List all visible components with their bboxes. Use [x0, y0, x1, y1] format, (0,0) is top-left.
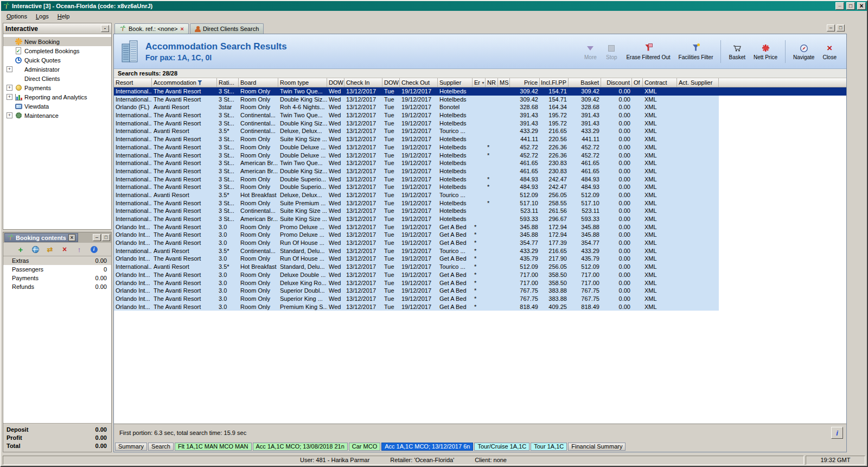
- column-header-dow[interactable]: DOW: [382, 78, 400, 87]
- tab-direct-clients-search[interactable]: Direct Clients Search: [190, 23, 264, 34]
- erase-filtered-out-button[interactable]: Erase Filtered Out: [623, 42, 673, 61]
- expand-icon[interactable]: +: [7, 66, 12, 72]
- table-row[interactable]: International...The Avanti Resort3 St...…: [114, 111, 719, 119]
- basket-button[interactable]: Basket: [725, 42, 749, 61]
- column-header-resort[interactable]: Resort: [114, 78, 152, 87]
- table-row[interactable]: International...The Avanti Resort3 St...…: [114, 199, 719, 207]
- delete-item-icon[interactable]: ×: [60, 245, 69, 254]
- table-row[interactable]: International...The Avanti Resort3 St...…: [114, 183, 719, 191]
- table-row[interactable]: International...The Avanti Resort3 St...…: [114, 175, 719, 184]
- column-header-basket[interactable]: Basket: [569, 78, 601, 87]
- table-row[interactable]: Orlando Int...The Avanti Resort3.0Room O…: [114, 287, 719, 295]
- column-header-discount[interactable]: Discount: [601, 78, 632, 87]
- sidebar-item-reporting-and-analytics[interactable]: +Reporting and Analytics: [3, 92, 111, 102]
- info-icon[interactable]: i: [90, 245, 98, 254]
- table-row[interactable]: International...The Avanti Resort3 St...…: [114, 152, 719, 160]
- tab-close-icon[interactable]: [181, 26, 184, 32]
- expand-icon[interactable]: +: [7, 94, 12, 100]
- column-header-dow[interactable]: DOW: [327, 78, 344, 87]
- menu-help[interactable]: Help: [53, 12, 74, 21]
- table-row[interactable]: Orlando Int...The Avanti Resort3.0Room O…: [114, 255, 719, 263]
- bottom-tab-financial-summary[interactable]: Financial Summary: [568, 443, 626, 451]
- table-row[interactable]: International...The Avanti Resort3 St...…: [114, 159, 719, 167]
- facilities-filter-button[interactable]: Facilities Filter: [675, 42, 717, 61]
- expand-icon[interactable]: +: [7, 85, 12, 91]
- bottom-tab-summary[interactable]: Summary: [115, 443, 147, 451]
- booking-contents-close-icon[interactable]: [68, 234, 75, 241]
- transfer-icon[interactable]: ⇄: [46, 245, 54, 254]
- table-row[interactable]: International...The Avanti Resort3 St...…: [114, 143, 719, 152]
- nett-price-button[interactable]: Nett Price: [750, 42, 781, 61]
- booking-row-refunds[interactable]: Refunds0.00: [3, 282, 111, 291]
- column-header-price[interactable]: Price: [510, 78, 540, 87]
- table-row[interactable]: International...The Avanti Resort3 St...…: [114, 215, 719, 223]
- table-row[interactable]: International...The Avanti Resort3 St...…: [114, 119, 719, 128]
- bottom-tab-search[interactable]: Search: [148, 443, 174, 451]
- column-header-check-out[interactable]: Check Out: [400, 78, 438, 87]
- column-header-nr[interactable]: NR: [486, 78, 498, 87]
- booking-row-payments[interactable]: Payments0.00: [3, 274, 111, 282]
- table-row[interactable]: International...The Avanti Resort3 St...…: [114, 135, 719, 143]
- mdi-minimize-button[interactable]: [827, 24, 835, 31]
- filter-dropdown-icon[interactable]: ▼: [481, 81, 485, 85]
- column-header-supplier[interactable]: Supplier: [438, 78, 473, 87]
- table-row[interactable]: Orlando Int...The Avanti Resort3.0Room O…: [114, 303, 719, 311]
- close-button[interactable]: [857, 2, 866, 10]
- booking-panel-restore-button[interactable]: [102, 234, 110, 241]
- column-header-act-supplier[interactable]: Act. Supplier: [677, 78, 719, 87]
- sidebar-item-payments[interactable]: +Payments: [3, 83, 111, 92]
- globe-icon[interactable]: [31, 245, 40, 254]
- column-header-rati[interactable]: Rati...: [217, 78, 239, 87]
- minimize-button[interactable]: [835, 2, 844, 10]
- booking-panel-minimize-button[interactable]: [93, 234, 101, 241]
- column-header-accommodation[interactable]: Accommodation: [152, 78, 217, 87]
- add-item-icon[interactable]: +: [16, 245, 25, 254]
- tab-booking-ref[interactable]: Book. ref.: <none>: [114, 23, 189, 34]
- move-up-icon[interactable]: ↑: [75, 245, 84, 254]
- table-row[interactable]: International...Avanti Resort3.5*Hot Bre…: [114, 191, 719, 199]
- mdi-restore-button[interactable]: [837, 24, 845, 31]
- column-header-of[interactable]: Of: [632, 78, 643, 87]
- table-row[interactable]: Orlando Int...The Avanti Resort3.0Room O…: [114, 223, 719, 231]
- info-button[interactable]: [831, 427, 843, 439]
- bottom-tab-tour-1a-1c[interactable]: Tour 1A,1C: [531, 443, 567, 451]
- sidebar-item-direct-clients[interactable]: Direct Clients: [3, 74, 111, 83]
- booking-row-passengers[interactable]: Passengers0: [3, 265, 111, 274]
- table-row[interactable]: International...Avanti Resort3.5*Hot Bre…: [114, 263, 719, 271]
- booking-contents-tab[interactable]: Booking contents: [4, 233, 78, 242]
- close-button[interactable]: Close: [819, 42, 840, 61]
- column-header-room-type[interactable]: Room type: [278, 78, 327, 87]
- table-row[interactable]: International...The Avanti Resort3 St...…: [114, 96, 719, 104]
- stop-button[interactable]: Stop: [602, 42, 621, 61]
- sidebar-item-viewdata[interactable]: Viewdata: [3, 102, 111, 111]
- column-header-check-in[interactable]: Check In: [344, 78, 382, 87]
- column-header-er[interactable]: Er▼: [473, 78, 486, 87]
- expand-icon[interactable]: +: [7, 112, 12, 118]
- table-row[interactable]: Orlando Int...The Avanti Resort3.0Room O…: [114, 295, 719, 303]
- collapse-panel-button[interactable]: [101, 25, 109, 32]
- table-row[interactable]: International...Avanti Resort3.5*Contine…: [114, 127, 719, 135]
- bottom-tab-acc-1a-1c-mco-13-08-2018-21n[interactable]: Acc 1A,1C MCO; 13/08/2018 21n: [253, 443, 348, 451]
- table-row[interactable]: International...The Avanti Resort3 St...…: [114, 167, 719, 175]
- filter-icon[interactable]: [197, 80, 202, 85]
- column-header-board[interactable]: Board: [239, 78, 278, 87]
- column-header-incl-fl-pp[interactable]: Incl.Fl.PP: [540, 78, 569, 87]
- bottom-tab-tour-cruise-1a-1c[interactable]: Tour/Cruise 1A,1C: [474, 443, 529, 451]
- booking-row-extras[interactable]: Extras0.00: [3, 256, 111, 265]
- navigate-button[interactable]: Navigate: [790, 42, 818, 61]
- more-button[interactable]: More: [580, 42, 600, 61]
- sidebar-item-new-booking[interactable]: New Booking: [3, 37, 111, 46]
- column-header-contract[interactable]: Contract: [643, 78, 677, 87]
- sidebar-item-maintenance[interactable]: +Maintenance: [3, 111, 111, 120]
- maximize-button[interactable]: [846, 2, 855, 10]
- sidebar-item-completed-bookings[interactable]: Completed Bookings: [3, 46, 111, 55]
- table-row[interactable]: Orlando Int...The Avanti Resort3.0Room O…: [114, 231, 719, 239]
- table-row[interactable]: Orlando Int...The Avanti Resort3.0Room O…: [114, 239, 719, 247]
- bottom-tab-acc-1a-1c-mco-13-12-2017-6n[interactable]: Acc 1A,1C MCO; 13/12/2017 6n: [381, 443, 473, 451]
- sidebar-item-quick-quotes[interactable]: Quick Quotes: [3, 55, 111, 65]
- sidebar-item-administrator[interactable]: +Administrator: [3, 65, 111, 74]
- bottom-tab-car-mco[interactable]: Car MCO: [349, 443, 380, 451]
- column-header-ms[interactable]: MS: [498, 78, 510, 87]
- menu-logs[interactable]: Logs: [31, 12, 53, 21]
- bottom-tab-flt-1a-1c-man-mco-man[interactable]: Flt 1A,1C MAN MCO MAN: [175, 443, 252, 451]
